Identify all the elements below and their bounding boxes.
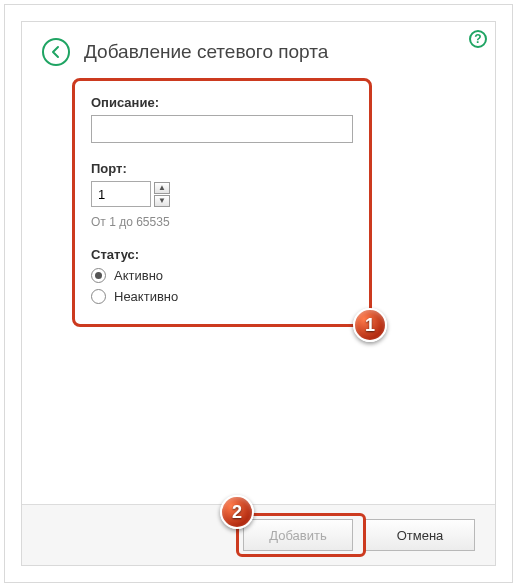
- dialog-window: ? Добавление сетевого порта Описание: По…: [21, 21, 496, 566]
- dialog-title: Добавление сетевого порта: [84, 41, 328, 63]
- port-hint: От 1 до 65535: [91, 215, 353, 229]
- status-radio-active[interactable]: Активно: [91, 268, 353, 283]
- radio-icon: [91, 268, 106, 283]
- port-input[interactable]: [91, 181, 151, 207]
- radio-icon: [91, 289, 106, 304]
- outer-frame: ? Добавление сетевого порта Описание: По…: [4, 4, 513, 583]
- dialog-footer: Добавить Отмена 2: [22, 504, 495, 565]
- add-button[interactable]: Добавить: [243, 519, 353, 551]
- dialog-content: Описание: Порт: ▲ ▼ От 1 до 65535 Статус…: [22, 74, 495, 504]
- help-icon[interactable]: ?: [469, 30, 487, 48]
- form-highlight-box: Описание: Порт: ▲ ▼ От 1 до 65535 Статус…: [72, 78, 372, 327]
- port-spinner: ▲ ▼: [154, 182, 170, 207]
- radio-label-inactive: Неактивно: [114, 289, 178, 304]
- description-label: Описание:: [91, 95, 353, 110]
- port-spin-down[interactable]: ▼: [154, 195, 170, 207]
- status-label: Статус:: [91, 247, 353, 262]
- description-input[interactable]: [91, 115, 353, 143]
- callout-1: 1: [353, 308, 387, 342]
- back-button[interactable]: [42, 38, 70, 66]
- port-spin-up[interactable]: ▲: [154, 182, 170, 194]
- radio-label-active: Активно: [114, 268, 163, 283]
- arrow-left-icon: [49, 45, 63, 59]
- dialog-header: Добавление сетевого порта: [22, 22, 495, 74]
- cancel-button[interactable]: Отмена: [365, 519, 475, 551]
- port-label: Порт:: [91, 161, 353, 176]
- status-radio-inactive[interactable]: Неактивно: [91, 289, 353, 304]
